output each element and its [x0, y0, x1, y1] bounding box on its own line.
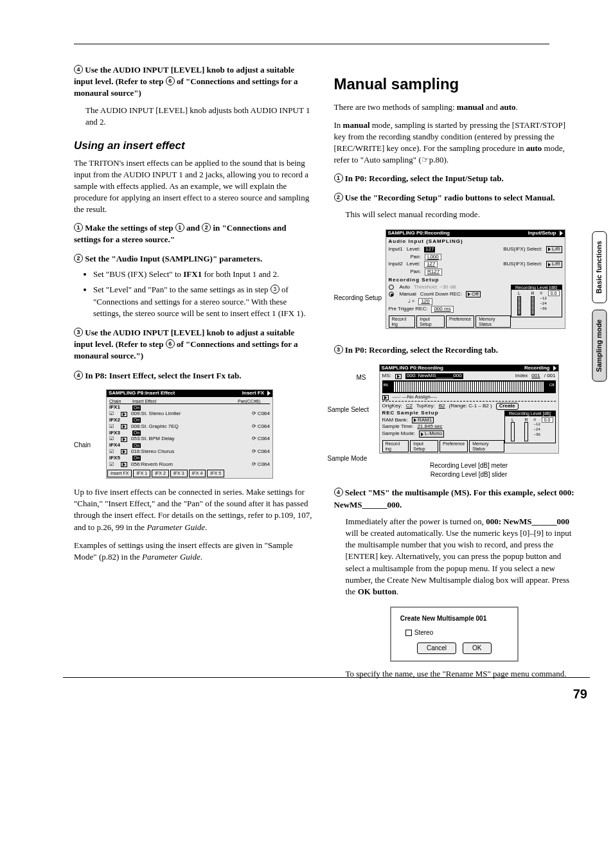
popup-tri-icon-3 [468, 292, 470, 296]
idxl: Index [515, 373, 528, 379]
origl: OrigKey: [382, 403, 402, 409]
selv[interactable]: ----: ---No Assign---- [393, 394, 438, 400]
lcd-tab[interactable]: IFX 4 [189, 470, 206, 477]
m336: −36 [534, 432, 540, 438]
origv[interactable]: C2 [406, 403, 413, 409]
ifx-row: IFX2On [109, 418, 270, 423]
lcd-tab[interactable]: Memory Status [475, 315, 510, 328]
in1-panv[interactable]: L000 [425, 254, 441, 261]
popup-tri-icon [548, 247, 551, 251]
in1-panl: Pan: [411, 254, 421, 260]
stl: Sample Time: [382, 424, 414, 430]
lcd-tab[interactable]: IFX 1 [133, 470, 150, 477]
h3-insert-effect: Using an insert effect [74, 138, 315, 154]
radio-auto[interactable] [389, 285, 394, 290]
lcd-tab[interactable]: IFX 5 [207, 470, 224, 477]
fx-popup[interactable] [121, 437, 127, 442]
lcd-tab[interactable]: Memory Status [469, 440, 504, 452]
in2-busv: L/R [552, 261, 560, 267]
circled-4b: 4 [74, 371, 83, 380]
fig3-wrap: MS Sample Select Sample Mode SAMPLING P0… [334, 364, 575, 480]
side-tabs: Basic functions Sampling mode [592, 231, 607, 382]
lcd-tab[interactable]: Record ing [389, 315, 416, 328]
in1-bus-popup[interactable]: L/R [546, 246, 562, 253]
idxv[interactable]: 001 [531, 373, 540, 379]
popup-tri-icon-4 [397, 375, 400, 378]
lcd-tab[interactable]: IFX 3 [170, 470, 188, 477]
in2-bus-popup[interactable]: L/R [546, 261, 562, 268]
side-tab-sampling[interactable]: Sampling mode [592, 310, 607, 382]
chk-label: Stereo [414, 629, 433, 636]
col-fx: Insert Effect [132, 399, 234, 404]
mval[interactable]: 0.0 [548, 290, 560, 296]
r2-body: This will select manual recording mode. [346, 209, 575, 220]
pretrig-v[interactable]: 000 ms [431, 306, 453, 313]
insert-intro: The TRITON's insert effects can be appli… [74, 157, 315, 216]
lcd2-sec2: Recording Setup [389, 278, 562, 283]
ramv: RAM1 [418, 418, 432, 423]
ib1: manual [457, 102, 484, 112]
lcd-tab[interactable]: Preference [440, 440, 468, 452]
r4b2: OK button [358, 587, 396, 596]
popup-tri-icon-7 [421, 432, 423, 436]
msl: MS: [382, 373, 391, 379]
fx-popup[interactable] [121, 412, 127, 417]
sm-popup[interactable]: L-Mono [419, 430, 444, 438]
radio-manual[interactable] [389, 292, 394, 297]
menu-tri-icon-2[interactable] [560, 231, 563, 236]
fx-popup[interactable] [121, 449, 127, 454]
on-toggle[interactable]: On [132, 405, 141, 411]
on-toggle[interactable]: On [132, 456, 141, 461]
lcd2-meter: Recording Level [dB] L R 0 [511, 285, 562, 317]
lcd-tab[interactable]: Insert FX [107, 470, 132, 477]
page-number: 79 [573, 685, 587, 703]
on-toggle[interactable]: On [132, 418, 141, 423]
lcd-recording: SAMPLING P0:Recording Recording MS:000: … [379, 364, 559, 454]
auto-thresh: Threshold: −30 dB [414, 285, 456, 290]
on-toggle[interactable]: On [132, 443, 141, 448]
ie: . [516, 102, 518, 112]
topv[interactable]: B2 [439, 403, 445, 409]
circled-r1: 1 [334, 173, 343, 182]
b2a: Set "Level" and "Pan" to the same settin… [93, 285, 271, 294]
ok-button[interactable]: OK [463, 642, 491, 654]
cancel-button[interactable]: Cancel [417, 642, 456, 654]
lcd-tab[interactable]: Preference [446, 315, 474, 328]
im: and [484, 102, 500, 112]
sel-popup[interactable] [382, 395, 389, 400]
p2b: manual [343, 120, 370, 130]
ifx-subrow: ☑016:Stereo Chorus⟳ C064 [109, 449, 270, 455]
lcd3-tr: Recording [523, 365, 551, 371]
side-tab-basic[interactable]: Basic functions [592, 231, 607, 303]
ram-popup[interactable]: RAM1 [412, 417, 434, 424]
fig2-wrap: Recording Setup SAMPLING P0:Recording In… [334, 229, 575, 337]
menu-tri-icon[interactable] [267, 391, 271, 396]
msv[interactable]: 000: NewMS______000 [405, 373, 463, 379]
fx-popup[interactable] [121, 462, 127, 467]
menu-tri-icon-3[interactable] [553, 366, 556, 371]
lcd1-title-left: SAMPLING P8:Insert Effect [109, 391, 175, 396]
in1-lvlv[interactable]: 127 [424, 247, 435, 252]
fx-popup[interactable] [121, 424, 127, 429]
lcd-tab[interactable]: Input Setup [416, 315, 445, 328]
ib2: auto [500, 102, 516, 112]
lcd-tab[interactable]: Record ing [382, 440, 409, 452]
on-toggle[interactable]: On [132, 430, 141, 436]
popup-tri-icon-2 [548, 263, 551, 267]
lcd-tab[interactable]: Input Setup [410, 440, 438, 452]
m324: −24 [534, 427, 540, 432]
m3val[interactable]: 0.0 [542, 417, 553, 423]
dialog-stereo-check[interactable]: Stereo [405, 628, 508, 637]
fig3-sample-mode: Sample Mode [328, 454, 368, 463]
tempo-v[interactable]: 120 [418, 298, 432, 305]
m3title: Recording Level [dB] [505, 411, 555, 416]
r-step1: 1 In P0: Recording, select the Input/Set… [334, 173, 575, 184]
stv[interactable]: 21.845 sec [417, 424, 442, 430]
cdrec-popup[interactable]: Off [466, 291, 481, 298]
lcd-tab[interactable]: IFX 2 [152, 470, 169, 477]
r3-bold: In P0: Recording, select the Recording t… [345, 345, 498, 355]
ms-popup[interactable] [395, 374, 402, 379]
create-button[interactable]: Create [496, 403, 519, 410]
in2-panv[interactable]: R127 [425, 269, 442, 276]
in2-lvlv[interactable]: 127 [424, 261, 438, 268]
